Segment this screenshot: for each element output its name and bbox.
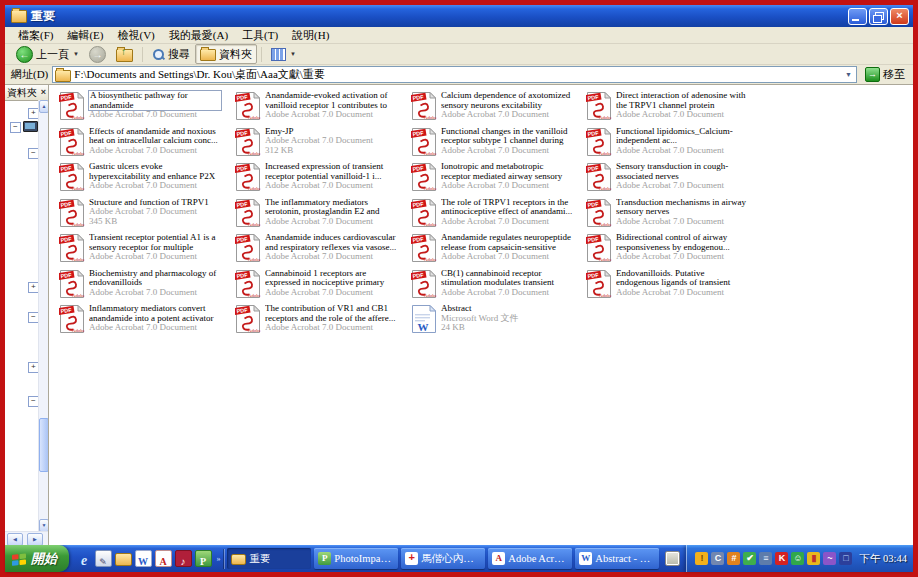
file-item[interactable]: PDF Adobe Increased expression of transi… bbox=[235, 162, 407, 198]
qdoc-icon[interactable] bbox=[155, 550, 172, 567]
antivirus-status-icon[interactable]: ✔ bbox=[743, 552, 756, 565]
ie-icon[interactable] bbox=[77, 551, 92, 566]
file-item[interactable]: PDF Adobe Functional lipidomics_Calcium-… bbox=[586, 127, 758, 163]
file-item[interactable]: PDF Adobe CB(1) cannabinoid receptor sti… bbox=[411, 269, 583, 305]
sidebar-vertical-scrollbar[interactable]: ▲ ▼ bbox=[38, 100, 48, 532]
up-button[interactable] bbox=[111, 44, 138, 64]
taskbar-button-icon bbox=[492, 552, 505, 565]
display-settings-icon[interactable]: □ bbox=[839, 552, 852, 565]
quicklaunch-overflow-icon[interactable]: » bbox=[217, 554, 221, 563]
file-item[interactable]: PDF Adobe A biosynthetic pathway for ana… bbox=[59, 91, 231, 127]
forward-button[interactable]: → bbox=[84, 44, 111, 64]
tree-expander[interactable]: − bbox=[10, 122, 21, 133]
file-item[interactable]: PDF Adobe Calcium dependence of axotomiz… bbox=[411, 91, 583, 127]
folders-button[interactable]: 資料夾 bbox=[195, 44, 257, 64]
go-button[interactable]: → 移至 bbox=[861, 67, 909, 82]
scroll-left-icon[interactable]: ◀ bbox=[7, 533, 23, 545]
svg-text:Adobe: Adobe bbox=[248, 222, 261, 227]
file-item[interactable]: PDF Adobe Transduction mechanisms in air… bbox=[586, 198, 758, 234]
file-item[interactable]: PDF Adobe The role of TRPV1 receptors in… bbox=[411, 198, 583, 234]
file-icon: PDF Adobe bbox=[411, 233, 438, 264]
file-item[interactable]: PDF Adobe Anandamide regulates neuropept… bbox=[411, 233, 583, 269]
file-item[interactable]: PDF Adobe Bidirectional control of airwa… bbox=[586, 233, 758, 269]
file-title: Increased expression of transient recept… bbox=[265, 162, 397, 181]
file-title: Bidirectional control of airway responsi… bbox=[616, 233, 748, 252]
file-item[interactable]: PDF Adobe Transient receptor potential A… bbox=[59, 233, 231, 269]
minimize-button[interactable] bbox=[848, 8, 867, 25]
updates-icon[interactable]: # bbox=[727, 552, 740, 565]
taskbar-window-button[interactable]: 馬偕心內Wn... bbox=[401, 548, 485, 569]
qfolder-icon[interactable] bbox=[115, 553, 132, 566]
language-bar-icon[interactable] bbox=[665, 551, 680, 566]
menu-item[interactable]: 檢視(V) bbox=[111, 28, 162, 43]
views-dropdown-icon[interactable]: ▼ bbox=[290, 51, 296, 57]
file-icon: PDF Adobe bbox=[59, 198, 86, 229]
scrollbar-thumb[interactable] bbox=[39, 418, 49, 472]
file-item[interactable]: PDF Adobe Anandamide-evoked activation o… bbox=[235, 91, 407, 127]
file-item[interactable]: W Abstract Microsoft Word 文件 24 KB bbox=[411, 304, 583, 340]
file-icon: PDF Adobe bbox=[59, 127, 86, 158]
file-item[interactable]: PDF Adobe Effects of anandamide and noxi… bbox=[59, 127, 231, 163]
search-button[interactable]: 搜尋 bbox=[147, 44, 195, 64]
file-icon: PDF Adobe bbox=[235, 91, 262, 122]
file-item[interactable]: PDF Adobe Direct interaction of adenosin… bbox=[586, 91, 758, 127]
desktop-icon[interactable] bbox=[23, 121, 38, 132]
back-dropdown-icon[interactable]: ▼ bbox=[73, 51, 79, 57]
file-item[interactable]: PDF Adobe Endovanilloids. Putative endog… bbox=[586, 269, 758, 305]
menu-item[interactable]: 我的最愛(A) bbox=[162, 28, 235, 43]
file-title: CB(1) cannabinoid receptor stimulation m… bbox=[441, 269, 573, 288]
sidebar-horizontal-scrollbar[interactable]: ◀ ▶ bbox=[5, 531, 48, 545]
dialer-icon[interactable]: C bbox=[711, 552, 724, 565]
file-item[interactable]: PDF Adobe Ionotropic and metabotropic re… bbox=[411, 162, 583, 198]
menu-item[interactable]: 檔案(F) bbox=[11, 28, 60, 43]
file-column: PDF Adobe Anandamide-evoked activation o… bbox=[235, 91, 407, 340]
file-item[interactable]: PDF Adobe The inflammatory mediators ser… bbox=[235, 198, 407, 234]
restore-button[interactable] bbox=[869, 8, 888, 25]
file-item[interactable]: PDF Adobe Cannabinoid 1 receptors are ex… bbox=[235, 269, 407, 305]
menu-item[interactable]: 說明(H) bbox=[285, 28, 336, 43]
views-button[interactable]: ▼ bbox=[266, 44, 301, 64]
file-item[interactable]: PDF Adobe Emy-JP Adobe Acrobat 7.0 Docum… bbox=[235, 127, 407, 163]
folders-pane-close-icon[interactable]: × bbox=[41, 88, 46, 97]
start-button[interactable]: 開始 bbox=[5, 545, 69, 572]
address-input[interactable]: F:\Documents and Settings\Dr. Kou\桌面\Aaa… bbox=[52, 66, 857, 83]
taskbar-window-button[interactable]: 重要 bbox=[227, 548, 311, 569]
file-icon: PDF Adobe bbox=[586, 127, 613, 158]
taskbar-window-button[interactable]: Adobe Acroba... bbox=[488, 548, 572, 569]
file-item[interactable]: PDF Adobe Inflammatory mediators convert… bbox=[59, 304, 231, 340]
svg-text:Adobe: Adobe bbox=[248, 151, 261, 156]
file-icon: PDF Adobe bbox=[411, 91, 438, 122]
file-item[interactable]: PDF Adobe Sensory transduction in cough-… bbox=[586, 162, 758, 198]
file-title: Biochemistry and pharmacology of endovan… bbox=[89, 269, 221, 288]
kaspersky-icon[interactable]: K bbox=[775, 552, 788, 565]
scroll-up-icon[interactable]: ▲ bbox=[39, 100, 49, 113]
desk-icon[interactable] bbox=[95, 550, 112, 567]
qpaint-icon[interactable] bbox=[195, 550, 212, 567]
network-icon[interactable]: ≡ bbox=[759, 552, 772, 565]
file-icon: PDF Adobe bbox=[586, 269, 613, 300]
address-dropdown-button[interactable]: ▼ bbox=[843, 71, 854, 79]
file-item[interactable]: PDF Adobe The contribution of VR1 and CB… bbox=[235, 304, 407, 340]
file-title: Transduction mechanisms in airway sensor… bbox=[616, 198, 748, 217]
file-item[interactable]: PDF Adobe Biochemistry and pharmacology … bbox=[59, 269, 231, 305]
file-item[interactable]: PDF Adobe Gastric ulcers evoke hyperexci… bbox=[59, 162, 231, 198]
file-icon: PDF Adobe bbox=[59, 233, 86, 264]
file-title: A biosynthetic pathway for anandamide bbox=[88, 90, 222, 111]
menu-item[interactable]: 編輯(E) bbox=[60, 28, 110, 43]
file-item[interactable]: PDF Adobe Anandamide induces cardiovascu… bbox=[235, 233, 407, 269]
messenger-user-icon[interactable]: ☺ bbox=[791, 552, 804, 565]
scroll-right-icon[interactable]: ▶ bbox=[27, 533, 43, 545]
graphics-tool-icon[interactable]: ~ bbox=[823, 552, 836, 565]
volume-meter-icon[interactable]: ▮ bbox=[807, 552, 820, 565]
file-column: PDF Adobe Calcium dependence of axotomiz… bbox=[411, 91, 583, 340]
menu-item[interactable]: 工具(T) bbox=[235, 28, 285, 43]
qword-icon[interactable] bbox=[135, 550, 152, 567]
file-item[interactable]: PDF Adobe Functional changes in the vani… bbox=[411, 127, 583, 163]
back-button[interactable]: ← 上一頁 ▼ bbox=[11, 44, 84, 64]
qmedia-icon[interactable] bbox=[175, 550, 192, 567]
security-shield-icon[interactable]: ! bbox=[695, 552, 708, 565]
taskbar-window-button[interactable]: Abstract - Mic... bbox=[575, 548, 659, 569]
close-button[interactable]: × bbox=[890, 8, 909, 25]
taskbar-window-button[interactable]: PhotoImpact -... bbox=[314, 548, 398, 569]
file-item[interactable]: PDF Adobe Structure and function of TRPV… bbox=[59, 198, 231, 234]
